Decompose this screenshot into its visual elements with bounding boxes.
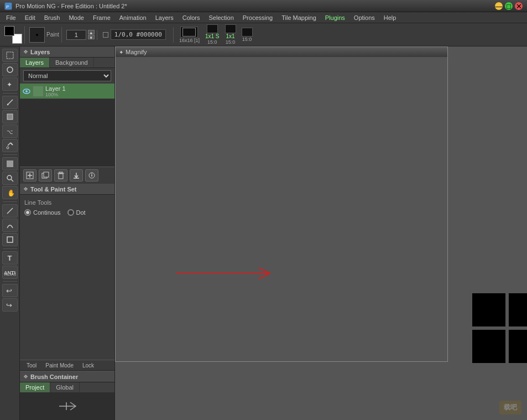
menu-options[interactable]: Options bbox=[350, 13, 379, 22]
tool-multi[interactable] bbox=[2, 157, 18, 170]
menu-colors[interactable]: Colors bbox=[179, 13, 204, 22]
zoom-sub-3: 15:0 bbox=[242, 37, 252, 42]
title-bar-left: P Pro Motion NG - Free Edition : Untitle… bbox=[4, 2, 127, 10]
tool-pencil[interactable] bbox=[2, 96, 18, 109]
copy-layer-button[interactable] bbox=[39, 169, 52, 182]
magnify-window[interactable]: ✦ Magnify bbox=[115, 46, 448, 362]
title-text: Pro Motion NG - Free Edition : Untitled … bbox=[15, 3, 127, 9]
merge-down-button[interactable] bbox=[70, 169, 83, 182]
tab-layers[interactable]: Layers bbox=[20, 58, 50, 68]
watermark-badge: 载吧 bbox=[499, 401, 521, 414]
brush-size-input[interactable] bbox=[66, 30, 86, 40]
layer-item[interactable]: Layer 1 100% bbox=[20, 84, 114, 99]
svg-rect-2 bbox=[7, 52, 13, 59]
menu-bar: File Edit Brush Mode Frame Animation Lay… bbox=[0, 12, 527, 23]
layer-visibility-icon[interactable] bbox=[22, 87, 31, 96]
fg-color-swatch[interactable] bbox=[4, 26, 14, 36]
color-boxes[interactable] bbox=[4, 26, 22, 44]
brush-tab-global[interactable]: Global bbox=[50, 382, 80, 392]
toolbar: Paint ▲ ▼ 1/0,0 #000000 16x16 [1] 1x1 S … bbox=[0, 23, 527, 46]
menu-animation[interactable]: Animation bbox=[116, 13, 150, 22]
tab-paint-mode[interactable]: Paint Mode bbox=[41, 361, 78, 370]
menu-layers[interactable]: Layers bbox=[152, 13, 178, 22]
brush-tab-project[interactable]: Project bbox=[20, 382, 50, 392]
menu-tile-mapping[interactable]: Tile Mapping bbox=[278, 13, 320, 22]
size-down-button[interactable]: ▼ bbox=[88, 35, 95, 39]
tool-undo[interactable]: ↩ bbox=[2, 284, 18, 297]
new-layer-button[interactable] bbox=[23, 169, 36, 182]
menu-file[interactable]: File bbox=[2, 13, 20, 22]
svg-rect-13 bbox=[7, 164, 10, 167]
svg-rect-14 bbox=[10, 164, 13, 167]
menu-help[interactable]: Help bbox=[380, 13, 400, 22]
close-button[interactable]: ✕ bbox=[515, 2, 523, 10]
delete-layer-button[interactable] bbox=[54, 169, 67, 182]
brush-preview[interactable] bbox=[29, 27, 45, 43]
canvas-size-label: 16x16 [1] bbox=[179, 38, 200, 43]
coord-section: 1/0,0 #000000 bbox=[100, 29, 169, 40]
maximize-button[interactable]: □ bbox=[505, 2, 513, 10]
menu-plugins[interactable]: Plugins bbox=[321, 13, 349, 22]
svg-rect-30 bbox=[44, 172, 49, 177]
tool-paint-panel: ❖ Tool & Paint Set Line Tools Continous … bbox=[20, 184, 114, 272]
tab-background[interactable]: Background bbox=[50, 58, 94, 68]
svg-rect-6 bbox=[7, 114, 13, 120]
continuous-option[interactable]: Continous bbox=[24, 209, 61, 216]
canvas-area[interactable]: ✦ Magnify 载吧 bbox=[115, 46, 527, 420]
tool-lasso[interactable] bbox=[2, 63, 18, 76]
title-bar-controls: — □ ✕ bbox=[495, 2, 523, 10]
tool-wand[interactable]: ✦ bbox=[2, 77, 18, 91]
brush-indicator-icon bbox=[56, 398, 79, 414]
minimize-button[interactable]: — bbox=[495, 2, 503, 10]
tool-antialias[interactable]: ANTIALIAS bbox=[2, 266, 18, 279]
tool-curve[interactable] bbox=[2, 219, 18, 232]
svg-point-3 bbox=[7, 67, 13, 72]
tool-paint-panel-title: Tool & Paint Set bbox=[30, 186, 77, 193]
menu-brush[interactable]: Brush bbox=[40, 13, 64, 22]
dot-option[interactable]: Dot bbox=[67, 209, 86, 216]
zoom-thumb-1[interactable] bbox=[207, 24, 218, 33]
tool-text[interactable]: T bbox=[2, 251, 18, 265]
magnify-window-title: Magnify bbox=[126, 49, 147, 55]
svg-text:P: P bbox=[6, 4, 9, 9]
svg-line-8 bbox=[11, 143, 13, 145]
tab-lock[interactable]: Lock bbox=[78, 361, 98, 370]
tool-redo[interactable]: ↪ bbox=[2, 298, 18, 312]
tool-move[interactable]: ✋ bbox=[2, 186, 18, 199]
continuous-radio[interactable] bbox=[24, 209, 31, 216]
zoom-sub-2: 15:0 bbox=[226, 39, 236, 45]
svg-text:✋: ✋ bbox=[7, 189, 14, 196]
zoom-thumb-2[interactable] bbox=[225, 24, 236, 33]
tool-line[interactable] bbox=[2, 204, 18, 217]
panel-spacer bbox=[20, 272, 114, 360]
dot-radio[interactable] bbox=[67, 209, 74, 216]
magnify-canvas[interactable] bbox=[116, 57, 447, 361]
layer-info: Layer 1 100% bbox=[45, 85, 66, 97]
brush-panel-icon: ❖ bbox=[23, 374, 28, 380]
tool-fill-rect[interactable] bbox=[2, 110, 18, 123]
menu-mode[interactable]: Mode bbox=[65, 13, 88, 22]
left-toolbar: ✦ ⌥ ✋ bbox=[0, 46, 20, 420]
tool-sep-4 bbox=[3, 248, 17, 249]
blend-mode-select[interactable]: Normal Multiply Screen Overlay bbox=[23, 70, 111, 81]
svg-line-18 bbox=[7, 208, 13, 214]
menu-edit[interactable]: Edit bbox=[21, 13, 39, 22]
menu-selection[interactable]: Selection bbox=[205, 13, 238, 22]
menu-processing[interactable]: Processing bbox=[239, 13, 276, 22]
tool-fill[interactable]: ⌥ bbox=[2, 125, 18, 138]
size-up-button[interactable]: ▲ bbox=[88, 30, 95, 34]
magnify-title-bar[interactable]: ✦ Magnify bbox=[116, 47, 447, 57]
tool-dotted-select[interactable] bbox=[2, 49, 18, 62]
svg-point-38 bbox=[91, 173, 92, 174]
svg-rect-31 bbox=[59, 174, 63, 179]
layer-props-button[interactable] bbox=[85, 169, 98, 182]
tool-eyedropper[interactable] bbox=[2, 139, 18, 152]
tool-zoom[interactable] bbox=[2, 172, 18, 185]
tab-tool[interactable]: Tool bbox=[22, 361, 41, 370]
tool-paint-content: Line Tools Continous Dot bbox=[20, 195, 114, 219]
zoom-thumb-3[interactable] bbox=[242, 28, 253, 37]
tool-rect[interactable] bbox=[2, 233, 18, 246]
menu-frame[interactable]: Frame bbox=[89, 13, 114, 22]
text-icon: T bbox=[8, 254, 12, 262]
layers-tabs: Layers Background bbox=[20, 58, 114, 68]
